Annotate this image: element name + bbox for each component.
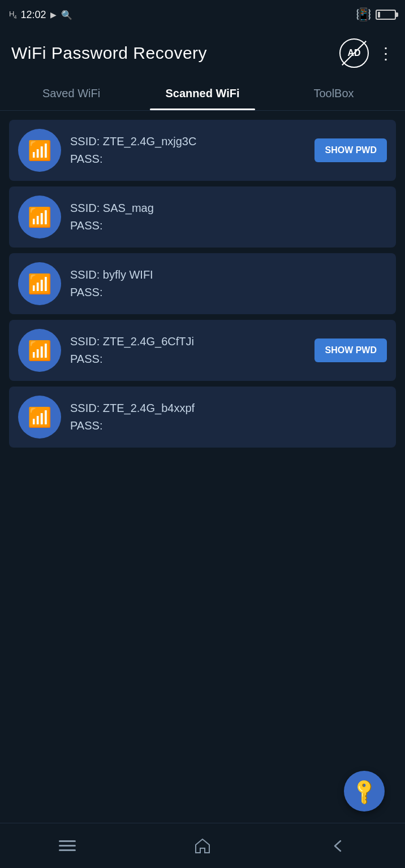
nav-back-button[interactable] bbox=[322, 831, 353, 861]
wifi-info-3: SSID: byfly WIFI PASS: bbox=[70, 268, 387, 299]
wifi-icon-2: 📶 bbox=[28, 206, 51, 228]
wifi-pass-2: PASS: bbox=[70, 219, 387, 232]
header-actions: AD ⋮ bbox=[339, 38, 394, 68]
show-pwd-button-1[interactable]: SHOW PWD bbox=[314, 138, 387, 162]
wifi-icon-circle-4: 📶 bbox=[18, 329, 61, 372]
show-pwd-button-4[interactable]: SHOW PWD bbox=[314, 338, 387, 362]
wifi-card-5: 📶 SSID: ZTE_2.4G_b4xxpf PASS: bbox=[9, 387, 396, 448]
wifi-icon-circle-3: 📶 bbox=[18, 262, 61, 305]
wifi-ssid-3: SSID: byfly WIFI bbox=[70, 268, 387, 281]
wifi-card-4: 📶 SSID: ZTE_2.4G_6CfTJi PASS: SHOW PWD bbox=[9, 320, 396, 381]
key-icon: 🔑 bbox=[348, 775, 380, 806]
wifi-pass-3: PASS: bbox=[70, 286, 387, 299]
more-options-button[interactable]: ⋮ bbox=[378, 44, 394, 63]
wifi-info-2: SSID: SAS_mag PASS: bbox=[70, 202, 387, 232]
wifi-card-3: 📶 SSID: byfly WIFI PASS: bbox=[9, 253, 396, 314]
youtube-icon: ▶ bbox=[50, 10, 57, 19]
bottom-navigation bbox=[0, 823, 405, 868]
wifi-icon-3: 📶 bbox=[28, 272, 51, 295]
wifi-icon-5: 📶 bbox=[28, 406, 51, 428]
wifi-icon-4: 📶 bbox=[28, 339, 51, 362]
wifi-ssid-2: SSID: SAS_mag bbox=[70, 202, 387, 215]
back-icon bbox=[329, 837, 346, 854]
tab-toolbox[interactable]: ToolBox bbox=[268, 77, 399, 110]
wifi-ssid-5: SSID: ZTE_2.4G_b4xxpf bbox=[70, 402, 387, 415]
network-signal-icon: H4 bbox=[9, 10, 16, 20]
wifi-icon-circle-1: 📶 bbox=[18, 129, 61, 172]
tab-bar: Saved WiFi Scanned WiFi ToolBox bbox=[0, 77, 405, 111]
nav-menu-button[interactable] bbox=[52, 834, 83, 858]
status-time: 12:02 bbox=[20, 9, 46, 21]
wifi-icon-circle-2: 📶 bbox=[18, 196, 61, 238]
ad-badge[interactable]: AD bbox=[339, 38, 369, 68]
wifi-info-5: SSID: ZTE_2.4G_b4xxpf PASS: bbox=[70, 402, 387, 432]
wifi-pass-5: PASS: bbox=[70, 419, 387, 432]
wifi-icon-1: 📶 bbox=[28, 139, 51, 162]
status-bar: H4 12:02 ▶ 🔍 📳 bbox=[0, 0, 405, 29]
status-left: H4 12:02 ▶ 🔍 bbox=[9, 9, 72, 21]
search-icon: 🔍 bbox=[61, 10, 72, 20]
app-header: WiFi Password Recovery AD ⋮ bbox=[0, 29, 405, 77]
tab-scanned-wifi[interactable]: Scanned WiFi bbox=[137, 77, 268, 110]
fab-key-button[interactable]: 🔑 bbox=[344, 771, 385, 811]
app-title: WiFi Password Recovery bbox=[11, 44, 207, 63]
vibrate-icon: 📳 bbox=[356, 7, 371, 22]
wifi-card-1: 📶 SSID: ZTE_2.4G_nxjg3C PASS: SHOW PWD bbox=[9, 120, 396, 181]
wifi-icon-circle-5: 📶 bbox=[18, 396, 61, 439]
tab-saved-wifi[interactable]: Saved WiFi bbox=[6, 77, 137, 110]
home-icon bbox=[194, 837, 211, 854]
status-right: 📳 bbox=[356, 7, 396, 22]
battery-fill bbox=[378, 12, 380, 18]
hamburger-icon bbox=[59, 840, 76, 851]
nav-home-button[interactable] bbox=[187, 831, 218, 861]
ad-slash bbox=[342, 41, 367, 66]
wifi-list: 📶 SSID: ZTE_2.4G_nxjg3C PASS: SHOW PWD 📶… bbox=[0, 111, 405, 457]
battery-icon bbox=[376, 10, 396, 20]
wifi-card-2: 📶 SSID: SAS_mag PASS: bbox=[9, 186, 396, 248]
